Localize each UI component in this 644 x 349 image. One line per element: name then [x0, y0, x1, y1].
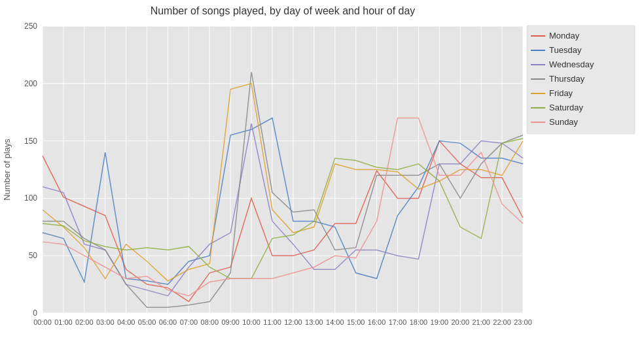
- svg-text:12:00: 12:00: [284, 318, 302, 326]
- svg-text:Thursday: Thursday: [549, 74, 585, 84]
- svg-text:13:00: 13:00: [305, 318, 323, 326]
- svg-text:Saturday: Saturday: [549, 103, 584, 112]
- svg-text:11:00: 11:00: [263, 318, 281, 326]
- svg-text:03:00: 03:00: [96, 318, 115, 326]
- chart-container: 05010015020025000:0001:0002:0003:0004:00…: [0, 0, 644, 349]
- svg-text:250: 250: [24, 22, 37, 31]
- svg-text:23:00: 23:00: [514, 318, 532, 326]
- svg-text:21:00: 21:00: [472, 318, 490, 326]
- svg-text:10:00: 10:00: [242, 318, 260, 326]
- svg-text:19:00: 19:00: [431, 318, 449, 326]
- svg-text:14:00: 14:00: [326, 318, 344, 326]
- chart-svg: 05010015020025000:0001:0002:0003:0004:00…: [0, 0, 644, 349]
- svg-text:04:00: 04:00: [117, 318, 135, 326]
- svg-text:20:00: 20:00: [451, 318, 469, 326]
- svg-text:15:00: 15:00: [347, 318, 365, 326]
- svg-text:Number of plays: Number of plays: [2, 139, 12, 201]
- svg-text:22:00: 22:00: [493, 318, 511, 326]
- svg-text:150: 150: [24, 137, 37, 146]
- svg-text:Number of songs played, by day: Number of songs played, by day of week a…: [151, 5, 416, 16]
- svg-text:09:00: 09:00: [221, 318, 240, 326]
- svg-text:16:00: 16:00: [368, 318, 386, 326]
- svg-text:Wednesday: Wednesday: [549, 59, 594, 69]
- svg-text:Sunday: Sunday: [549, 117, 579, 127]
- svg-text:100: 100: [24, 193, 37, 203]
- svg-text:50: 50: [29, 251, 38, 260]
- svg-text:Monday: Monday: [549, 31, 580, 41]
- svg-text:07:00: 07:00: [180, 318, 198, 326]
- svg-text:0: 0: [33, 308, 37, 318]
- svg-text:01:00: 01:00: [54, 318, 73, 326]
- svg-text:Tuesday: Tuesday: [549, 45, 582, 55]
- svg-text:02:00: 02:00: [75, 318, 94, 326]
- svg-text:08:00: 08:00: [201, 318, 219, 326]
- svg-text:00:00: 00:00: [33, 318, 52, 326]
- svg-text:06:00: 06:00: [159, 318, 177, 326]
- svg-text:200: 200: [24, 79, 37, 88]
- svg-text:17:00: 17:00: [389, 318, 407, 326]
- svg-text:18:00: 18:00: [410, 318, 428, 326]
- svg-text:05:00: 05:00: [138, 318, 156, 326]
- svg-text:Friday: Friday: [549, 88, 573, 98]
